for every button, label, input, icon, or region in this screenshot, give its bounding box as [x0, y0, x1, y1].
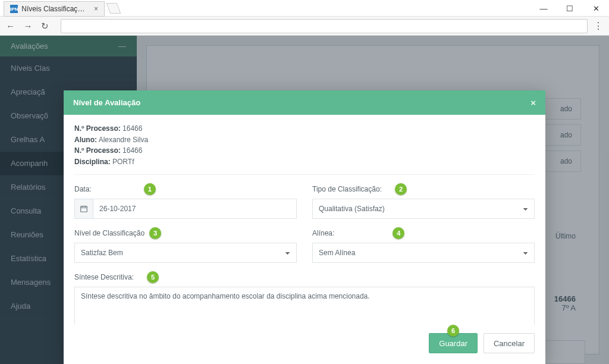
- label-nivel: Nível de Classificação: [74, 229, 145, 237]
- modal-title: Nível de Avaliação: [73, 98, 140, 107]
- label-sintese: Síntese Descritiva:: [74, 273, 134, 281]
- label-alinea: Alínea:: [312, 229, 334, 237]
- browser-toolbar: ← → ↻ ⋮: [0, 17, 609, 36]
- minimize-icon[interactable]: —: [530, 0, 557, 17]
- calendar-icon[interactable]: [74, 199, 93, 219]
- new-tab-button[interactable]: [106, 3, 121, 14]
- info-processo-2: N.º Processo: 16466: [74, 145, 535, 156]
- sintese-textarea[interactable]: Síntese descritiva no âmbito do acompanh…: [74, 287, 535, 325]
- tipo-select[interactable]: Qualitativa (Satisfaz): [312, 199, 535, 219]
- step-badge-6: 6: [447, 325, 459, 337]
- nivel-select[interactable]: Satizfaz Bem: [74, 243, 297, 263]
- alinea-select[interactable]: Sem Alínea: [312, 243, 535, 263]
- browser-tab[interactable]: IPN Níveis Classificações | ne ×: [4, 1, 105, 17]
- modal-overlay: Nível de Avaliação × N.º Processo: 16466…: [0, 36, 609, 364]
- svg-rect-0: [81, 206, 87, 212]
- tab-favicon: IPN: [10, 5, 18, 13]
- maximize-icon[interactable]: ☐: [557, 0, 583, 17]
- reload-icon[interactable]: ↻: [41, 21, 49, 31]
- step-badge-4: 4: [393, 227, 404, 239]
- modal-nivel-avaliacao: Nível de Avaliação × N.º Processo: 16466…: [64, 90, 545, 364]
- tab-title: Níveis Classificações | ne: [21, 5, 88, 13]
- menu-icon[interactable]: ⋮: [594, 20, 603, 32]
- info-disciplina: Disciplina: PORTf: [74, 156, 535, 168]
- close-icon[interactable]: ×: [94, 5, 98, 13]
- step-badge-5: 5: [147, 271, 159, 283]
- modal-close-icon[interactable]: ×: [530, 98, 536, 108]
- browser-titlebar: IPN Níveis Classificações | ne × — ☐ ✕: [0, 0, 609, 17]
- step-badge-1: 1: [144, 183, 156, 195]
- info-aluno: Aluno: Alexandre Silva: [74, 134, 535, 146]
- data-input-wrap[interactable]: [74, 199, 297, 219]
- window-close-icon[interactable]: ✕: [583, 0, 609, 17]
- data-input[interactable]: [93, 199, 297, 219]
- url-input[interactable]: [61, 19, 588, 33]
- cancelar-button[interactable]: Cancelar: [484, 333, 535, 353]
- forward-icon[interactable]: →: [23, 21, 32, 31]
- info-processo-1: N.º Processo: 16466: [74, 123, 535, 134]
- step-badge-2: 2: [395, 183, 407, 195]
- label-tipo: Tipo de Classificação:: [312, 185, 382, 193]
- label-data: Data:: [74, 185, 92, 193]
- step-badge-3: 3: [149, 227, 161, 239]
- back-icon[interactable]: ←: [6, 21, 15, 31]
